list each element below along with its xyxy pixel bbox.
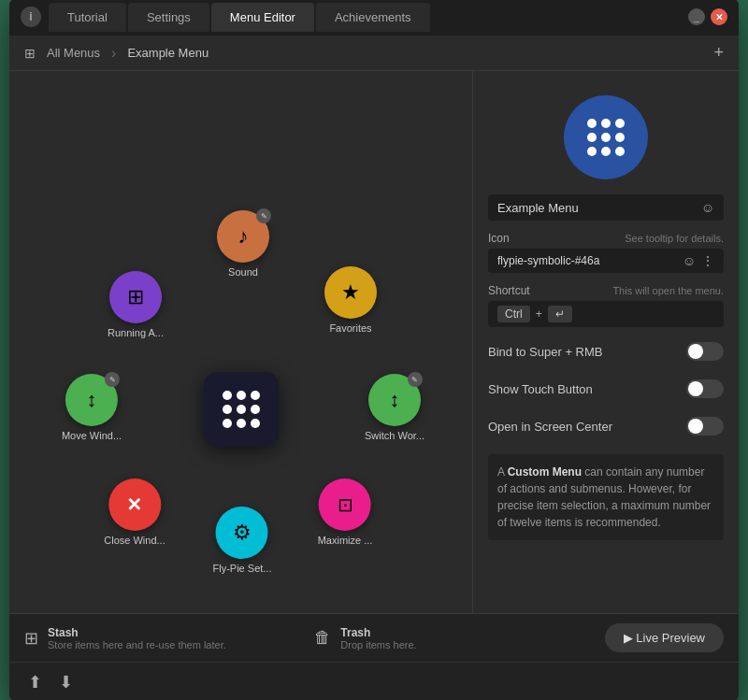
stash-sub: Store items here and re-use them later. <box>48 639 226 650</box>
item-label-flypie: Fly-Pie Set... <box>213 563 272 574</box>
menu-preview <box>488 86 724 183</box>
breadcrumb-separator: › <box>111 45 116 62</box>
bind-super-label: Bind to Super + RMB <box>488 345 686 359</box>
trash-title: Trash <box>340 626 416 639</box>
description-text: A Custom Menu can contain any number of … <box>497 464 714 531</box>
menu-item-sound[interactable]: ♪ ✎ Sound <box>217 210 269 278</box>
tab-settings[interactable]: Settings <box>128 3 209 32</box>
item-label-favorites: Favorites <box>329 322 371 334</box>
edit-badge-sound: ✎ <box>256 208 271 223</box>
trash-sub: Drop items here. <box>340 639 416 650</box>
live-preview-button[interactable]: ▶ Live Preview <box>605 623 724 652</box>
main-content: ♪ ✎ Sound ★ Favorites ⊞ Running A... <box>9 71 739 613</box>
icon-emoji-button[interactable]: ☺ <box>683 253 696 268</box>
key-enter: ↵ <box>548 306 572 322</box>
menu-item-close[interactable]: ✕ Close Wind... <box>104 479 165 546</box>
bind-super-row: Bind to Super + RMB <box>488 338 724 364</box>
stash-text: Stash Store items here and re-use them l… <box>48 626 226 650</box>
show-touch-toggle[interactable] <box>686 379 724 398</box>
trash-icon: 🗑 <box>314 628 331 648</box>
description-box: A Custom Menu can contain any number of … <box>488 454 724 540</box>
titlebar: i Tutorial Settings Menu Editor Achievem… <box>9 0 739 36</box>
import-button[interactable]: ⬆ <box>24 668 46 696</box>
key-ctrl: Ctrl <box>497 306 530 322</box>
preview-dots <box>576 107 636 167</box>
export-button[interactable]: ⬇ <box>55 668 77 696</box>
menu-item-flypie[interactable]: ⚙ Fly-Pie Set... <box>213 507 272 574</box>
bottom-bar: ⊞ Stash Store items here and re-use them… <box>9 613 739 662</box>
info-button[interactable]: i <box>21 7 41 27</box>
stash-title: Stash <box>48 626 226 639</box>
close-button[interactable]: ✕ <box>711 8 727 25</box>
settings-panel: ☺ Icon See tooltip for details. ☺ ⋮ Shor… <box>472 71 739 613</box>
shortcut-field: Shortcut This will open the menu. Ctrl +… <box>488 284 724 327</box>
all-menus-label[interactable]: All Menus <box>47 46 100 60</box>
show-touch-label: Show Touch Button <box>488 382 686 396</box>
tab-menu-editor[interactable]: Menu Editor <box>211 3 314 32</box>
item-label-maximize: Maximize ... <box>318 535 373 546</box>
stash-icon: ⊞ <box>24 628 38 649</box>
icon-input[interactable] <box>497 254 677 267</box>
trash-area: 🗑 Trash Drop items here. <box>314 626 589 650</box>
center-dots <box>211 379 271 439</box>
icon-input-row: ☺ ⋮ <box>488 249 724 273</box>
stash-area: ⊞ Stash Store items here and re-use them… <box>24 626 299 650</box>
show-touch-thumb <box>688 381 703 396</box>
menu-item-running[interactable]: ⊞ Running A... <box>108 271 164 338</box>
icon-label-row: Icon See tooltip for details. <box>488 232 724 245</box>
icon-field: Icon See tooltip for details. ☺ ⋮ <box>488 232 724 273</box>
tab-tutorial[interactable]: Tutorial <box>49 3 126 32</box>
bind-super-toggle[interactable] <box>686 342 724 361</box>
show-touch-row: Show Touch Button <box>488 376 724 402</box>
menu-toolbar: ⊞ All Menus › Example Menu + <box>9 36 739 71</box>
menu-item-maximize[interactable]: ⊡ Maximize ... <box>318 479 373 546</box>
menu-name-input-row: ☺ <box>488 194 724 221</box>
center-menu-icon[interactable] <box>204 372 279 447</box>
shortcut-label: Shortcut <box>488 284 607 297</box>
open-center-row: Open in Screen Center <box>488 413 724 439</box>
menu-name-field: ☺ <box>488 194 724 221</box>
tab-bar: Tutorial Settings Menu Editor Achievemen… <box>49 3 681 32</box>
icon-label: Icon <box>488 232 619 245</box>
edit-badge-switch: ✎ <box>408 372 423 387</box>
item-label-close: Close Wind... <box>104 535 165 546</box>
item-label-move: Move Wind... <box>62 430 122 441</box>
bottom-actions: ⬆ ⬇ <box>9 662 739 700</box>
emoji-picker-button[interactable]: ☺ <box>701 200 714 215</box>
key-plus: + <box>536 307 542 321</box>
icon-more-button[interactable]: ⋮ <box>701 253 714 268</box>
minimize-button[interactable]: _ <box>688 8 705 25</box>
menu-item-favorites[interactable]: ★ Favorites <box>324 266 377 334</box>
bind-super-thumb <box>688 344 703 359</box>
current-menu-name: Example Menu <box>127 46 209 60</box>
window-controls: _ ✕ <box>688 8 727 25</box>
menu-name-input[interactable] <box>497 201 694 215</box>
tab-achievements[interactable]: Achievements <box>316 3 430 32</box>
icon-hint: See tooltip for details. <box>625 233 724 244</box>
open-center-label: Open in Screen Center <box>488 420 686 434</box>
preview-circle <box>564 95 648 179</box>
menu-item-switch[interactable]: ↕ ✎ Switch Wor... <box>365 374 424 441</box>
open-center-toggle[interactable] <box>686 417 724 436</box>
shortcut-label-row: Shortcut This will open the menu. <box>488 284 724 297</box>
item-label-switch: Switch Wor... <box>365 430 424 441</box>
grid-icon: ⊞ <box>24 46 36 61</box>
shortcut-hint: This will open the menu. <box>612 285 724 296</box>
shortcut-input-row[interactable]: Ctrl + ↵ <box>488 301 724 327</box>
main-window: i Tutorial Settings Menu Editor Achievem… <box>9 0 739 700</box>
item-label-running: Running A... <box>108 327 164 338</box>
item-label-sound: Sound <box>228 266 258 278</box>
menu-item-move[interactable]: ↕ ✎ Move Wind... <box>62 374 122 441</box>
edit-badge-move: ✎ <box>105 372 120 387</box>
menu-canvas[interactable]: ♪ ✎ Sound ★ Favorites ⊞ Running A... <box>9 71 472 613</box>
trash-text: Trash Drop items here. <box>340 626 416 650</box>
open-center-thumb <box>688 419 703 434</box>
add-menu-button[interactable]: + <box>713 43 724 63</box>
